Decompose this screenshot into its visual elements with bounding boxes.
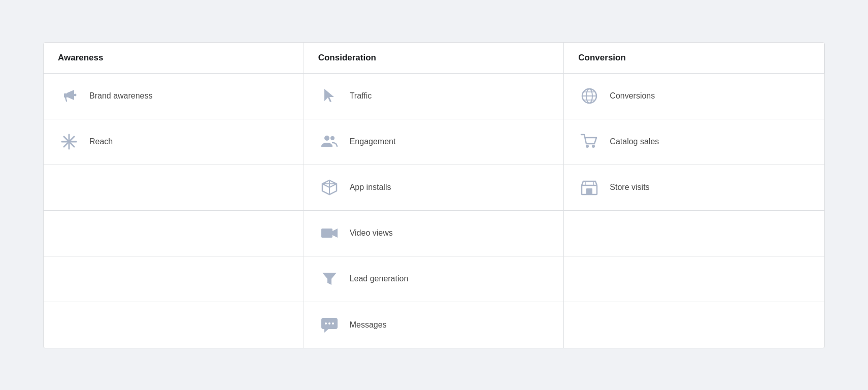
svg-line-12 <box>322 184 329 187</box>
svg-rect-31 <box>586 188 592 194</box>
conversion-empty-1 <box>564 211 824 256</box>
filter-icon <box>318 268 341 290</box>
awareness-empty-3 <box>44 256 304 302</box>
messages-cell[interactable]: Messages <box>304 302 564 348</box>
svg-line-13 <box>329 184 337 187</box>
video-icon <box>318 222 341 244</box>
svg-rect-14 <box>321 229 332 238</box>
catalog-sales-label: Catalog sales <box>610 137 659 146</box>
awareness-header: Awareness <box>44 43 304 74</box>
reach-cell[interactable]: Reach <box>44 119 304 165</box>
video-views-cell[interactable]: Video views <box>304 211 564 256</box>
awareness-empty-1 <box>44 165 304 211</box>
table-grid: Awareness Consideration Conversion <box>44 43 824 348</box>
lead-generation-label: Lead generation <box>350 274 409 283</box>
svg-point-21 <box>332 322 334 324</box>
box-icon <box>318 176 341 199</box>
engagement-cell[interactable]: Engagement <box>304 119 564 165</box>
asterisk-icon <box>58 131 80 153</box>
messages-label: Messages <box>350 320 387 330</box>
conversions-label: Conversions <box>610 91 655 101</box>
store-visits-cell[interactable]: Store visits <box>564 165 824 211</box>
traffic-cell[interactable]: Traffic <box>304 74 564 119</box>
megaphone-icon <box>58 85 80 107</box>
cursor-icon <box>318 85 341 107</box>
svg-point-1 <box>74 94 77 96</box>
svg-point-7 <box>324 136 329 141</box>
consideration-column: Traffic Engagement <box>304 74 564 348</box>
consideration-header: Consideration <box>304 43 564 74</box>
conversions-cell[interactable]: Conversions <box>564 74 824 119</box>
svg-point-20 <box>328 322 330 324</box>
people-icon <box>318 131 341 153</box>
svg-point-27 <box>586 145 589 148</box>
svg-point-28 <box>592 145 595 148</box>
awareness-empty-4 <box>44 302 304 348</box>
awareness-column: Brand awareness Reach <box>44 74 304 348</box>
brand-awareness-label: Brand awareness <box>89 91 153 101</box>
lead-generation-cell[interactable]: Lead generation <box>304 256 564 302</box>
traffic-label: Traffic <box>350 91 372 101</box>
engagement-label: Engagement <box>350 137 396 146</box>
video-views-label: Video views <box>350 229 393 238</box>
consideration-header-text: Consideration <box>318 53 376 62</box>
conversion-empty-2 <box>564 256 824 302</box>
svg-marker-6 <box>324 89 334 102</box>
brand-awareness-cell[interactable]: Brand awareness <box>44 74 304 119</box>
catalog-sales-cell[interactable]: Catalog sales <box>564 119 824 165</box>
reach-label: Reach <box>89 137 113 146</box>
svg-marker-15 <box>332 229 338 238</box>
svg-point-8 <box>330 136 335 140</box>
app-installs-label: App installs <box>350 183 391 192</box>
store-visits-label: Store visits <box>610 183 649 192</box>
svg-rect-0 <box>64 93 68 98</box>
app-installs-cell[interactable]: App installs <box>304 165 564 211</box>
campaign-objective-table: Awareness Consideration Conversion <box>43 42 825 348</box>
awareness-header-text: Awareness <box>58 53 103 62</box>
chat-icon <box>318 314 341 336</box>
conversion-header-text: Conversion <box>578 53 626 62</box>
svg-point-19 <box>325 322 327 324</box>
store-icon <box>578 176 600 199</box>
svg-marker-16 <box>322 273 337 285</box>
awareness-empty-2 <box>44 211 304 256</box>
svg-marker-18 <box>324 329 328 333</box>
cart-icon <box>578 131 600 153</box>
conversion-column: Conversions Catalog sales <box>564 74 824 348</box>
conversion-header: Conversion <box>564 43 824 74</box>
globe-icon <box>578 85 600 107</box>
conversion-empty-3 <box>564 302 824 348</box>
